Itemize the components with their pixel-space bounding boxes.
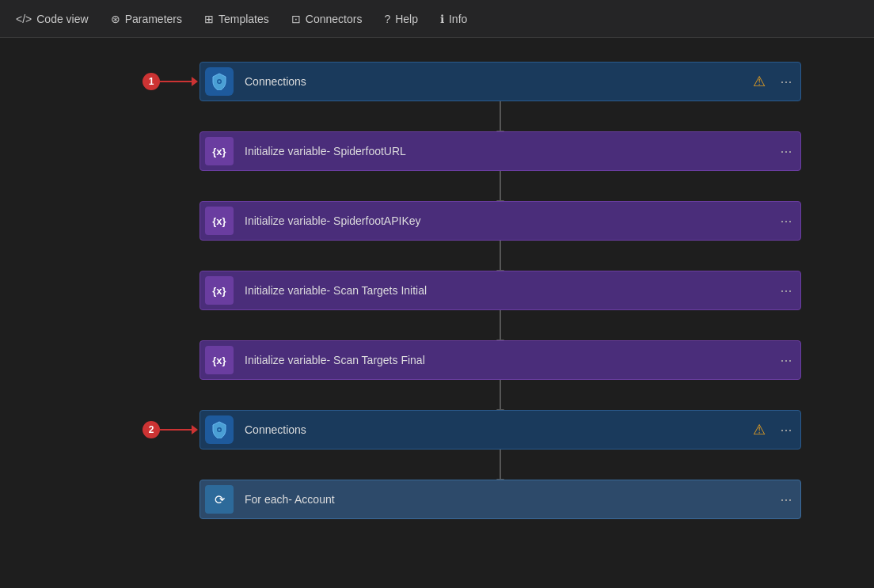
nav-item-parameters[interactable]: ⊛ Parameters <box>101 8 192 30</box>
connector-2 <box>500 171 501 201</box>
svg-point-1 <box>218 81 221 83</box>
connector-4 <box>500 310 501 340</box>
init-var-1-menu[interactable]: ··· <box>772 132 800 170</box>
parameters-icon: ⊛ <box>111 13 120 25</box>
step-row-init-var-2: {x} Initialize variable- SpiderfootAPIKe… <box>200 201 801 241</box>
nav-item-templates[interactable]: ⊞ Templates <box>195 8 279 30</box>
connector-3 <box>500 241 501 271</box>
init-var-3-label: Initialize variable- Scan Targets Initia… <box>238 284 772 297</box>
connections-1-shield-icon <box>205 67 234 96</box>
top-nav: </> Code view ⊛ Parameters ⊞ Templates ⊡… <box>0 0 874 38</box>
step-wrapper-init-var-1: {x} Initialize variable- SpiderfootURL ·… <box>127 131 874 201</box>
step-row-connections-2: 2 Connections <box>200 410 801 450</box>
badge-2: 2 <box>142 421 160 438</box>
step-wrapper-connections-2: 2 Connections <box>127 410 874 480</box>
connections-2-icon-wrapper <box>200 411 238 449</box>
connector-1 <box>500 101 501 131</box>
arrow-head-2 <box>192 425 198 434</box>
init-var-3-menu[interactable]: ··· <box>772 271 800 309</box>
init-var-2-icon-wrapper: {x} <box>200 202 238 240</box>
nav-label-templates: Templates <box>218 13 269 25</box>
step-wrapper-init-var-2: {x} Initialize variable- SpiderfootAPIKe… <box>127 201 874 271</box>
init-var-1-icon-wrapper: {x} <box>200 132 238 170</box>
foreach-label: For each- Account <box>238 493 772 506</box>
connections-2-label: Connections <box>238 423 753 436</box>
help-icon: ? <box>384 13 390 25</box>
step-row-connections-1: 1 Connections <box>200 62 801 101</box>
init-var-4-label: Initialize variable- Scan Targets Final <box>238 354 772 366</box>
nav-item-help[interactable]: ? Help <box>374 8 428 30</box>
step-wrapper-init-var-3: {x} Initialize variable- Scan Targets In… <box>127 271 874 340</box>
nav-item-info[interactable]: ℹ Info <box>431 8 477 30</box>
step-connections-2[interactable]: Connections ⚠ ··· <box>200 410 801 450</box>
init-var-2-icon: {x} <box>205 207 234 235</box>
init-var-1-label: Initialize variable- SpiderfootURL <box>238 145 772 157</box>
init-var-4-icon: {x} <box>205 346 234 374</box>
step-row-init-var-4: {x} Initialize variable- Scan Targets Fi… <box>200 340 801 380</box>
step-row-init-var-3: {x} Initialize variable- Scan Targets In… <box>200 271 801 310</box>
step-init-var-2[interactable]: {x} Initialize variable- SpiderfootAPIKe… <box>200 201 801 241</box>
step-init-var-4[interactable]: {x} Initialize variable- Scan Targets Fi… <box>200 340 801 380</box>
connections-2-shield-icon <box>205 415 234 444</box>
nav-item-connectors[interactable]: ⊡ Connectors <box>282 8 372 30</box>
init-var-3-icon: {x} <box>205 276 234 305</box>
step-connections-1[interactable]: Connections ⚠ ··· <box>200 62 801 101</box>
step-init-var-1[interactable]: {x} Initialize variable- SpiderfootURL ·… <box>200 131 801 171</box>
connections-2-menu[interactable]: ··· <box>772 411 800 449</box>
nav-label-code-view: Code view <box>36 13 88 25</box>
nav-label-help: Help <box>395 13 418 25</box>
nav-label-info: Info <box>449 13 467 25</box>
foreach-menu[interactable]: ··· <box>772 480 800 518</box>
nav-item-code-view[interactable]: </> Code view <box>6 8 98 30</box>
foreach-icon: ⟳ <box>205 485 234 514</box>
init-var-2-label: Initialize variable- SpiderfootAPIKey <box>238 214 772 227</box>
connectors-icon: ⊡ <box>291 13 301 25</box>
connections-2-warning: ⚠ <box>753 421 766 438</box>
arrow-head-1 <box>192 77 198 86</box>
init-var-1-icon: {x} <box>205 137 234 165</box>
badge-1: 1 <box>142 73 160 90</box>
connections-1-icon-wrapper <box>200 63 238 101</box>
init-var-4-menu[interactable]: ··· <box>772 341 800 379</box>
templates-icon: ⊞ <box>204 13 214 25</box>
step-init-var-3[interactable]: {x} Initialize variable- Scan Targets In… <box>200 271 801 310</box>
connector-6 <box>500 450 501 480</box>
step-wrapper-init-var-4: {x} Initialize variable- Scan Targets Fi… <box>127 340 874 410</box>
code-view-icon: </> <box>16 13 32 25</box>
svg-point-3 <box>218 429 221 431</box>
step-foreach[interactable]: ⟳ For each- Account ··· <box>200 480 801 519</box>
step-wrapper-connections-1: 1 Connections <box>127 62 874 131</box>
foreach-icon-wrapper: ⟳ <box>200 480 238 518</box>
init-var-3-icon-wrapper: {x} <box>200 271 238 309</box>
canvas: 1 Connections <box>0 38 874 588</box>
step-row-init-var-1: {x} Initialize variable- SpiderfootURL ·… <box>200 131 801 171</box>
nav-label-parameters: Parameters <box>125 13 182 25</box>
init-var-4-icon-wrapper: {x} <box>200 341 238 379</box>
connections-1-label: Connections <box>238 75 753 88</box>
init-var-2-menu[interactable]: ··· <box>772 202 800 240</box>
step-row-foreach: ⟳ For each- Account ··· <box>200 480 801 519</box>
connections-1-menu[interactable]: ··· <box>772 63 800 101</box>
connections-1-warning: ⚠ <box>753 73 766 90</box>
info-icon: ℹ <box>440 13 444 25</box>
nav-label-connectors: Connectors <box>306 13 363 25</box>
step-wrapper-foreach: ⟳ For each- Account ··· <box>127 480 874 519</box>
connector-5 <box>500 380 501 410</box>
flow-container: 1 Connections <box>0 62 874 519</box>
